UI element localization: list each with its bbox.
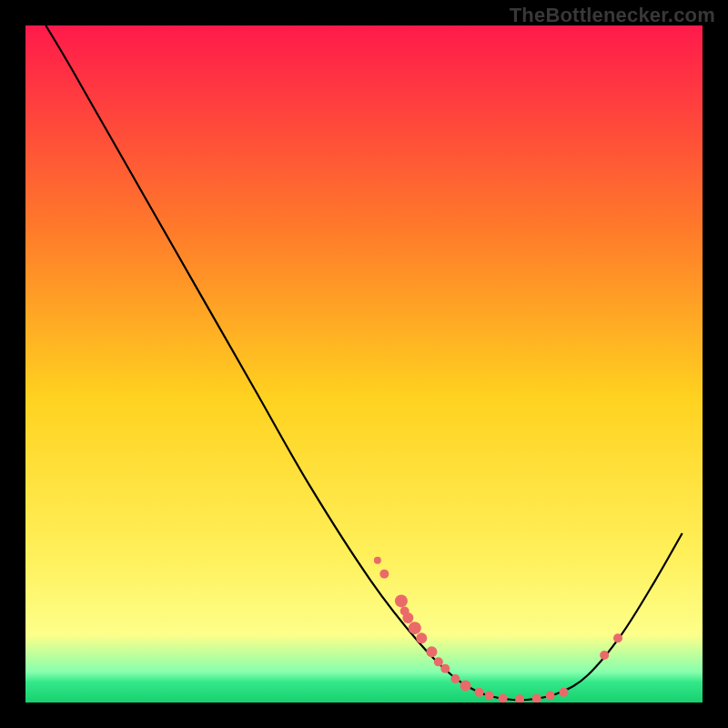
data-point [379,570,389,579]
data-point [546,692,555,701]
gradient-bg [25,25,703,703]
chart-svg [25,25,703,703]
data-point [613,633,622,642]
data-point [374,557,381,564]
data-point [474,688,483,697]
data-point [485,692,494,701]
plot-area [25,25,703,703]
data-point [402,612,413,623]
data-point [600,651,609,660]
data-point [395,594,408,607]
data-point [450,674,460,683]
data-point [460,680,471,691]
data-point [434,657,443,666]
data-point [426,646,437,657]
data-point [409,622,421,634]
data-point [416,632,427,643]
chart-frame: TheBottlenecker.com [0,0,728,728]
watermark-text: TheBottlenecker.com [510,4,715,27]
data-point [559,688,568,697]
data-point [440,664,450,673]
